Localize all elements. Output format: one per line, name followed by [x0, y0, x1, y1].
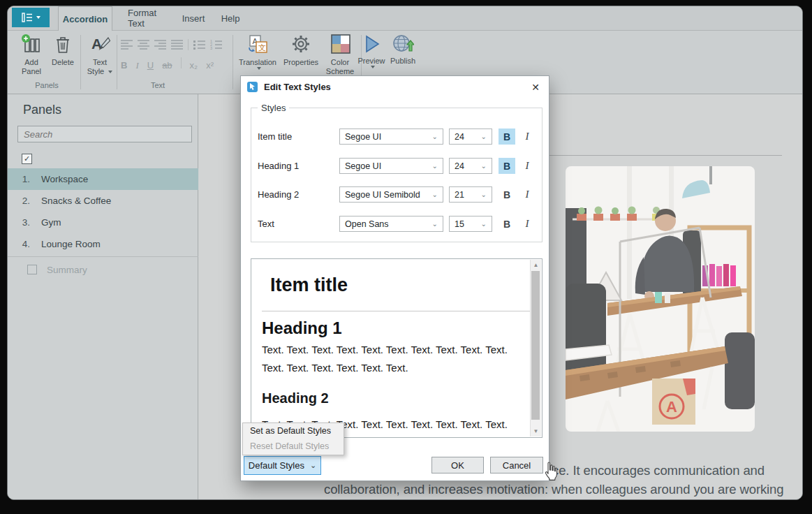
- size-select-heading2[interactable]: 21⌄: [449, 186, 492, 203]
- italic-icon[interactable]: I: [135, 60, 138, 71]
- list-item-snacks-coffee[interactable]: 2. Snacks & Coffee: [8, 190, 198, 212]
- summary-checkbox[interactable]: [27, 265, 37, 274]
- underline-icon[interactable]: U: [147, 60, 154, 71]
- chevron-down-icon: ⌄: [481, 191, 487, 198]
- preview-heading2: Heading 2: [262, 390, 329, 406]
- tab-insert[interactable]: Insert: [175, 6, 212, 30]
- size-select-text[interactable]: 15⌄: [449, 216, 492, 232]
- cancel-button[interactable]: Cancel: [490, 457, 543, 473]
- dialog-titlebar[interactable]: Edit Text Styles ✕: [241, 76, 549, 97]
- italic-toggle-heading2[interactable]: I: [519, 186, 536, 203]
- list-item-summary[interactable]: Summary: [8, 260, 198, 279]
- font-select-item-title[interactable]: Segoe UI⌄: [339, 128, 443, 145]
- tab-bar: Accordion Format Text Insert Help: [8, 6, 802, 31]
- align-right-icon[interactable]: [154, 40, 166, 50]
- align-center-icon[interactable]: [138, 40, 149, 50]
- list-item-gym[interactable]: 3. Gym: [8, 212, 198, 233]
- workspace-photo: A: [566, 166, 755, 432]
- bold-icon[interactable]: B: [121, 60, 127, 71]
- color-scheme-button[interactable]: Color Scheme: [322, 34, 358, 75]
- font-select-text[interactable]: Open Sans⌄: [339, 216, 443, 232]
- ok-button[interactable]: OK: [431, 457, 484, 473]
- italic-toggle-text[interactable]: I: [519, 216, 536, 232]
- select-all-checkbox[interactable]: ✓: [22, 154, 32, 164]
- styles-groupbox: Styles Item title Segoe UI⌄ 24⌄ B I Head…: [251, 108, 542, 242]
- content-paragraph-line2: collaboration, and increases motivation:…: [324, 482, 784, 497]
- list-divider: [8, 256, 198, 257]
- text-style-icon: A: [89, 34, 111, 56]
- publish-globe-icon: [392, 34, 414, 54]
- ribbon-separator: [181, 57, 182, 68]
- app-window: Accordion Format Text Insert Help Add Pa…: [7, 6, 803, 500]
- preview-button[interactable]: Preview: [355, 34, 387, 68]
- scrollbar-thumb[interactable]: [531, 271, 540, 420]
- translation-button[interactable]: A 文 Translation: [238, 34, 277, 70]
- close-icon[interactable]: ✕: [529, 81, 542, 94]
- group-label-text: Text: [84, 81, 231, 89]
- scroll-up-icon[interactable]: ▲: [531, 260, 541, 270]
- tab-format-text[interactable]: Format Text: [117, 6, 172, 30]
- align-justify-icon[interactable]: [171, 40, 183, 50]
- app-menu-button[interactable]: [12, 8, 50, 27]
- size-select-heading1[interactable]: 24⌄: [449, 158, 492, 174]
- menu-item-set-default-styles[interactable]: Set as Default Styles: [243, 423, 344, 439]
- font-select-heading2[interactable]: Segoe UI Semibold⌄: [339, 186, 443, 203]
- scroll-down-icon[interactable]: ▼: [531, 426, 541, 436]
- panel-list-icon: [22, 13, 33, 22]
- text-format-toolbar: 123 B I U ab x₂ x²: [121, 38, 229, 77]
- delete-button[interactable]: Delete: [48, 34, 77, 67]
- default-styles-button[interactable]: Default Styles ⌄: [244, 456, 321, 475]
- italic-toggle-heading1[interactable]: I: [519, 158, 536, 174]
- add-panel-button[interactable]: Add Panel: [16, 34, 47, 75]
- preview-scrollbar[interactable]: ▲ ▼: [530, 260, 541, 436]
- chevron-down-icon: [371, 66, 375, 68]
- chevron-down-icon: ⌄: [481, 220, 487, 228]
- numbered-list-icon[interactable]: 123: [210, 40, 222, 50]
- group-label-panels: Panels: [16, 81, 77, 89]
- chevron-down-icon: ⌄: [432, 133, 438, 140]
- font-select-heading1[interactable]: Segoe UI⌄: [339, 158, 443, 174]
- bullet-list-icon[interactable]: [193, 40, 205, 50]
- tab-accordion[interactable]: Accordion: [58, 6, 112, 31]
- preview-heading1: Heading 1: [262, 318, 342, 338]
- list-item-lounge-room[interactable]: 4. Lounge Room: [8, 233, 198, 255]
- default-styles-menu: Set as Default Styles Reset Default Styl…: [242, 423, 344, 455]
- search-input[interactable]: [17, 126, 192, 142]
- add-panel-icon: [20, 34, 43, 56]
- superscript-icon[interactable]: x²: [206, 60, 214, 71]
- style-label-item-title: Item title: [258, 131, 292, 142]
- bold-toggle-heading2[interactable]: B: [499, 186, 515, 203]
- properties-button[interactable]: Properties: [281, 34, 320, 67]
- preview-paragraph-line: Text. Text. Text. Text. Text. Text. Text…: [262, 341, 508, 359]
- list-item-workspace[interactable]: 1. Workspace: [8, 168, 198, 190]
- text-style-button[interactable]: A Text Style: [84, 34, 115, 75]
- chevron-down-icon: ⌄: [432, 191, 438, 198]
- bold-toggle-heading1[interactable]: B: [499, 158, 515, 174]
- sidebar-title: Panels: [23, 103, 61, 117]
- preview-item-title: Item title: [270, 274, 348, 296]
- translation-icon: A 文: [246, 34, 270, 56]
- ribbon-separator: [232, 35, 233, 89]
- checkmark-icon: ✓: [24, 155, 30, 163]
- ribbon-separator: [80, 35, 81, 89]
- dialog-title: Edit Text Styles: [264, 82, 331, 92]
- gear-icon: [289, 34, 313, 56]
- subscript-icon[interactable]: x₂: [190, 60, 198, 71]
- preview-paragraph-line: Text. Text. Text. Text. Text. Text.: [262, 359, 408, 377]
- strikethrough-icon[interactable]: ab: [162, 60, 172, 71]
- chevron-down-icon: ⌄: [432, 220, 438, 228]
- size-select-item-title[interactable]: 24⌄: [449, 128, 492, 145]
- chevron-down-icon: ⌄: [310, 461, 316, 470]
- bold-toggle-item-title[interactable]: B: [499, 128, 515, 145]
- chevron-down-icon: ⌄: [481, 133, 487, 140]
- italic-toggle-item-title[interactable]: I: [519, 128, 536, 145]
- panels-sidebar: Panels ✓ 1. Workspace 2. Snacks & Coffee…: [8, 94, 198, 499]
- hand-cursor-icon: [543, 462, 559, 481]
- publish-button[interactable]: Publish: [387, 34, 418, 66]
- bold-toggle-text[interactable]: B: [499, 216, 515, 232]
- styles-group-label: Styles: [258, 103, 289, 113]
- style-label-text: Text: [258, 219, 274, 229]
- align-left-icon[interactable]: [121, 40, 133, 50]
- tab-help[interactable]: Help: [214, 6, 246, 30]
- chevron-down-icon: [36, 16, 40, 19]
